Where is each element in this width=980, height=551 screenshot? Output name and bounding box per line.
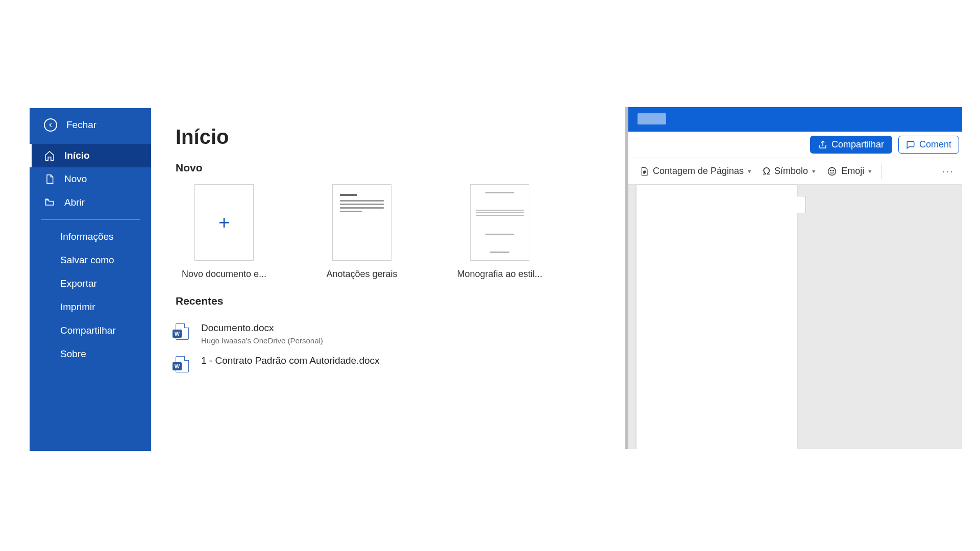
smiley-icon [827,166,837,177]
sidebar-item-label: Novo [64,173,87,185]
comment-button[interactable]: Coment [898,136,959,154]
recent-section-title: Recentes [176,295,605,307]
sidebar-item-label: Início [64,150,90,161]
ribbon-divider [881,164,881,179]
template-blank[interactable]: + Novo documento e... [176,184,273,280]
control-label: Símbolo [774,166,808,177]
sidebar-item-open[interactable]: Abrir [30,191,151,214]
titlebar [628,107,962,132]
folder-open-icon [44,197,55,208]
new-section-title: Novo [176,162,605,174]
share-button[interactable]: Compartilhar [810,136,892,154]
backstage-sidebar: Fechar Início Novo Abrir [30,108,151,451]
home-icon [44,150,55,161]
template-label: Anotações gerais [313,269,410,280]
template-preview [340,194,384,214]
comment-icon [906,140,915,149]
sidebar-item-share[interactable]: Compartilhar [30,319,151,342]
page-side-tab[interactable] [797,196,806,213]
document-page[interactable] [636,185,797,449]
ribbon-overflow[interactable]: ··· [938,163,958,179]
word-doc-icon: W [176,323,189,340]
recent-item[interactable]: W 1 - Contrato Padrão com Autoridade.doc… [176,350,605,378]
template-thumb [470,184,529,261]
template-monograph[interactable]: Monografia ao estil... [451,184,548,280]
sidebar-item-print[interactable]: Imprimir [30,295,151,319]
template-notes[interactable]: Anotações gerais [313,184,410,280]
control-label: Emoji [841,166,864,177]
file-icon [44,173,55,185]
recent-text: Documento.docx Hugo Iwaasa's OneDrive (P… [201,322,323,345]
svg-point-3 [833,170,834,171]
sidebar-item-export[interactable]: Exportar [30,272,151,295]
sidebar-item-saveas[interactable]: Salvar como [30,248,151,272]
sidebar-secondary-nav: Informações Salvar como Exportar Imprimi… [30,225,151,366]
back-arrow-icon [44,118,57,132]
recent-section: Recentes W Documento.docx Hugo Iwaasa's … [176,295,605,378]
ribbon-actions-row: Compartilhar Coment [628,132,962,158]
titlebar-selection [638,113,666,124]
svg-text:#: # [644,169,646,174]
sidebar-primary-nav: Início Novo Abrir [30,144,151,214]
recent-filename: Documento.docx [201,322,323,334]
close-label: Fechar [66,119,96,131]
recent-item[interactable]: W Documento.docx Hugo Iwaasa's OneDrive … [176,317,605,350]
recent-filename: 1 - Contrato Padrão com Autoridade.docx [201,355,380,367]
document-canvas-area [628,185,962,449]
recent-location: Hugo Iwaasa's OneDrive (Personal) [201,336,323,345]
sidebar-item-label: Compartilhar [60,325,116,336]
svg-point-2 [830,170,831,171]
ribbon-controls-row: # Contagem de Páginas ▾ Ω Símbolo ▾ Emoj… [628,158,962,185]
template-label: Novo documento e... [176,269,273,280]
backstage-window: Fechar Início Novo Abrir [30,108,625,451]
omega-icon: Ω [763,165,770,177]
chevron-down-icon: ▾ [748,167,751,175]
sidebar-item-label: Imprimir [60,302,95,313]
sidebar-item-label: Informações [60,231,114,242]
sidebar-item-label: Sobre [60,348,86,360]
page-number-icon: # [640,166,649,177]
word-doc-icon: W [176,356,189,372]
comment-button-label: Coment [919,139,951,150]
page-count-dropdown[interactable]: # Contagem de Páginas ▾ [635,164,755,179]
sidebar-item-label: Salvar como [60,255,114,266]
control-label: Contagem de Páginas [653,166,744,177]
template-preview [476,192,524,253]
share-icon [818,140,827,149]
sidebar-item-new[interactable]: Novo [30,167,151,191]
chevron-down-icon: ▾ [812,167,816,175]
recent-text: 1 - Contrato Padrão com Autoridade.docx [201,355,380,367]
template-thumb: + [194,184,254,261]
backstage-main: Início Novo + Novo documento e... Anotaç… [151,108,625,451]
sidebar-divider [41,219,140,220]
recent-list: W Documento.docx Hugo Iwaasa's OneDrive … [176,317,605,378]
sidebar-item-info[interactable]: Informações [30,225,151,248]
sidebar-item-label: Abrir [64,197,85,208]
close-backstage[interactable]: Fechar [30,108,151,144]
emoji-dropdown[interactable]: Emoji ▾ [823,164,876,179]
share-button-label: Compartilhar [831,139,884,150]
template-row: + Novo documento e... Anotações gerais [176,184,605,280]
chevron-down-icon: ▾ [868,167,872,175]
plus-icon: + [218,212,230,234]
symbol-dropdown[interactable]: Ω Símbolo ▾ [758,163,820,179]
sidebar-item-about[interactable]: Sobre [30,342,151,366]
page-title: Início [176,126,605,148]
template-label: Monografia ao estil... [451,269,548,280]
template-thumb [332,184,391,261]
sidebar-item-home[interactable]: Início [30,144,151,167]
sidebar-item-label: Exportar [60,278,97,289]
editor-window-fragment: Compartilhar Coment # Contagem de Página… [625,107,962,449]
svg-point-1 [828,167,836,175]
